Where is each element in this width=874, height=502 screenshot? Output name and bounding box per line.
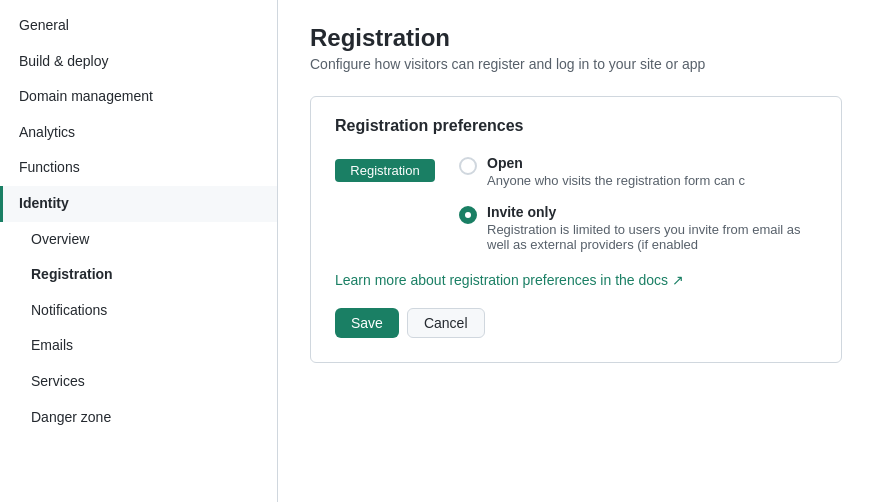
save-button[interactable]: Save: [335, 308, 399, 338]
option-invite-label: Invite only: [487, 204, 817, 220]
learn-more-arrow: ↗: [672, 272, 684, 288]
option-open-desc: Anyone who visits the registration form …: [487, 173, 745, 188]
sidebar-item-analytics[interactable]: Analytics: [0, 115, 277, 151]
sidebar-item-domain-management[interactable]: Domain management: [0, 79, 277, 115]
sidebar: GeneralBuild & deployDomain managementAn…: [0, 0, 278, 502]
sidebar-item-functions[interactable]: Functions: [0, 150, 277, 186]
radio-invite-only[interactable]: [459, 206, 477, 224]
radio-open[interactable]: [459, 157, 477, 175]
option-open-label: Open: [487, 155, 745, 171]
pref-label: Registration: [335, 159, 435, 182]
sidebar-item-build-deploy[interactable]: Build & deploy: [0, 44, 277, 80]
pref-row: Registration Open Anyone who visits the …: [335, 155, 817, 252]
sidebar-item-registration[interactable]: Registration: [0, 257, 277, 293]
sidebar-item-emails[interactable]: Emails: [0, 328, 277, 364]
sidebar-item-identity[interactable]: Identity: [0, 186, 277, 222]
main-content: Registration Configure how visitors can …: [278, 0, 874, 502]
options-group: Open Anyone who visits the registration …: [459, 155, 817, 252]
learn-more-text: Learn more about registration preference…: [335, 272, 668, 288]
cancel-button[interactable]: Cancel: [407, 308, 485, 338]
sidebar-item-overview[interactable]: Overview: [0, 222, 277, 258]
sidebar-item-notifications[interactable]: Notifications: [0, 293, 277, 329]
option-invite-only[interactable]: Invite only Registration is limited to u…: [459, 204, 817, 252]
sidebar-item-danger-zone[interactable]: Danger zone: [0, 400, 277, 436]
registration-preferences-card: Registration preferences Registration Op…: [310, 96, 842, 363]
learn-more-link[interactable]: Learn more about registration preference…: [335, 272, 817, 288]
actions-row: Save Cancel: [335, 308, 817, 338]
page-title: Registration: [310, 24, 842, 52]
sidebar-item-services[interactable]: Services: [0, 364, 277, 400]
option-open[interactable]: Open Anyone who visits the registration …: [459, 155, 817, 188]
sidebar-item-general[interactable]: General: [0, 8, 277, 44]
page-subtitle: Configure how visitors can register and …: [310, 56, 842, 72]
card-title: Registration preferences: [335, 117, 817, 135]
option-invite-desc: Registration is limited to users you inv…: [487, 222, 817, 252]
